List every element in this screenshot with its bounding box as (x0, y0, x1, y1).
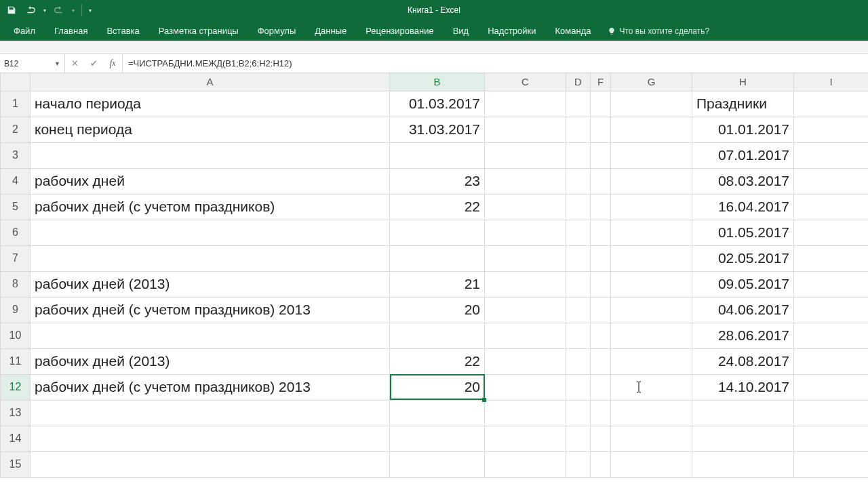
name-box-dropdown-icon[interactable]: ▼ (54, 60, 60, 67)
cell-I1[interactable] (794, 91, 869, 117)
cell-A11[interactable]: рабочих дней (2013) (31, 348, 390, 374)
cell-F10[interactable] (591, 323, 611, 348)
cell-H7[interactable]: 02.05.2017 (692, 245, 794, 271)
cell-D3[interactable] (566, 142, 591, 168)
worksheet-grid[interactable]: A B C D F G H I 1 начало периода 01.03.2… (0, 73, 868, 488)
cell-F13[interactable] (591, 400, 611, 426)
cell-A4[interactable]: рабочих дней (31, 168, 390, 194)
cell-A1[interactable]: начало периода (31, 91, 390, 117)
undo-dropdown-icon[interactable]: ▾ (43, 7, 46, 14)
cell-H11[interactable]: 24.08.2017 (692, 348, 794, 374)
cell-B5[interactable]: 22 (390, 194, 485, 220)
formula-input[interactable]: =ЧИСТРАБДНИ.МЕЖД(B1;B2;6;H2:H12) (123, 54, 868, 73)
cell-G1[interactable] (611, 91, 692, 117)
row-header-10[interactable]: 10 (1, 323, 31, 348)
cell-F11[interactable] (591, 348, 611, 374)
cell-B10[interactable] (390, 323, 485, 348)
cell-H1[interactable]: Праздники (692, 91, 794, 117)
cell-G10[interactable] (611, 323, 692, 348)
cell-A7[interactable] (31, 245, 390, 271)
row-header-4[interactable]: 4 (1, 168, 31, 194)
cell-B2[interactable]: 31.03.2017 (390, 117, 485, 142)
cell-I13[interactable] (794, 400, 869, 426)
cell-F9[interactable] (591, 297, 611, 323)
cell-H2[interactable]: 01.01.2017 (692, 117, 794, 142)
col-header-A[interactable]: A (31, 73, 390, 91)
cell-H14[interactable] (692, 426, 794, 451)
cell-F5[interactable] (591, 194, 611, 220)
cell-A3[interactable] (31, 142, 390, 168)
cell-A14[interactable] (31, 426, 390, 451)
col-header-C[interactable]: C (485, 73, 566, 91)
tab-team[interactable]: Команда (546, 22, 601, 41)
cell-D8[interactable] (566, 271, 591, 297)
cell-H8[interactable]: 09.05.2017 (692, 271, 794, 297)
cell-H5[interactable]: 16.04.2017 (692, 194, 794, 220)
cell-C6[interactable] (485, 220, 566, 245)
cell-H10[interactable]: 28.06.2017 (692, 323, 794, 348)
save-icon[interactable] (5, 4, 18, 16)
cell-A6[interactable] (31, 220, 390, 245)
cell-C13[interactable] (485, 400, 566, 426)
col-header-G[interactable]: G (611, 73, 692, 91)
cell-G8[interactable] (611, 271, 692, 297)
cell-A12[interactable]: рабочих дней (с учетом праздников) 2013 (31, 374, 390, 400)
cell-F1[interactable] (591, 91, 611, 117)
cell-G14[interactable] (611, 426, 692, 451)
cell-I11[interactable] (794, 348, 869, 374)
cell-B1[interactable]: 01.03.2017 (390, 91, 485, 117)
row-header-12[interactable]: 12 (1, 374, 31, 400)
cell-F14[interactable] (591, 426, 611, 451)
tab-insert[interactable]: Вставка (97, 22, 149, 41)
cell-B14[interactable] (390, 426, 485, 451)
cell-G6[interactable] (611, 220, 692, 245)
cell-D9[interactable] (566, 297, 591, 323)
cell-B9[interactable]: 20 (390, 297, 485, 323)
cell-C1[interactable] (485, 91, 566, 117)
cell-A2[interactable]: конец периода (31, 117, 390, 142)
cell-I9[interactable] (794, 297, 869, 323)
tab-addins[interactable]: Надстройки (478, 22, 545, 41)
cell-H15[interactable] (692, 451, 794, 477)
cell-D1[interactable] (566, 91, 591, 117)
col-header-H[interactable]: H (692, 73, 794, 91)
cell-I8[interactable] (794, 271, 869, 297)
cell-F12[interactable] (591, 374, 611, 400)
tab-review[interactable]: Рецензирование (356, 22, 443, 41)
tell-me-search[interactable]: Что вы хотите сделать? (601, 22, 717, 41)
qat-customize-icon[interactable]: ▾ (89, 7, 92, 14)
cell-C4[interactable] (485, 168, 566, 194)
col-header-B[interactable]: B (390, 73, 485, 91)
cell-H12[interactable]: 14.10.2017 (692, 374, 794, 400)
cell-I5[interactable] (794, 194, 869, 220)
cell-F8[interactable] (591, 271, 611, 297)
cell-A13[interactable] (31, 400, 390, 426)
cell-I7[interactable] (794, 245, 869, 271)
col-header-F[interactable]: F (591, 73, 611, 91)
cell-D4[interactable] (566, 168, 591, 194)
cell-D2[interactable] (566, 117, 591, 142)
cell-D15[interactable] (566, 451, 591, 477)
cell-B7[interactable] (390, 245, 485, 271)
cell-G9[interactable] (611, 297, 692, 323)
cell-G11[interactable] (611, 348, 692, 374)
cell-D11[interactable] (566, 348, 591, 374)
cell-F4[interactable] (591, 168, 611, 194)
tab-formulas[interactable]: Формулы (248, 22, 306, 41)
cell-C12[interactable] (485, 374, 566, 400)
row-header-6[interactable]: 6 (1, 220, 31, 245)
cell-B15[interactable] (390, 451, 485, 477)
cell-G15[interactable] (611, 451, 692, 477)
cell-F2[interactable] (591, 117, 611, 142)
cell-C14[interactable] (485, 426, 566, 451)
cell-C9[interactable] (485, 297, 566, 323)
cell-G7[interactable] (611, 245, 692, 271)
select-all-corner[interactable] (1, 73, 31, 91)
cell-B3[interactable] (390, 142, 485, 168)
cell-I12[interactable] (794, 374, 869, 400)
cell-H9[interactable]: 04.06.2017 (692, 297, 794, 323)
cell-H4[interactable]: 08.03.2017 (692, 168, 794, 194)
row-header-11[interactable]: 11 (1, 348, 31, 374)
enter-icon[interactable]: ✔ (84, 58, 103, 68)
cell-H13[interactable] (692, 400, 794, 426)
